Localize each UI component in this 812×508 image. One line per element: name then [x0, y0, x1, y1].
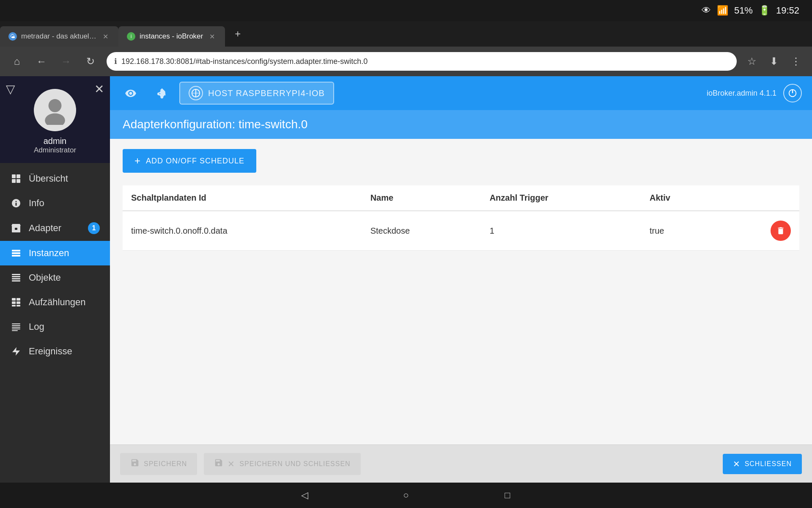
svg-rect-10	[15, 228, 17, 230]
add-schedule-label: ADD ON/OFF SCHEDULE	[146, 157, 244, 166]
tab-title-metradar: metradar - das aktuelle Wett...	[21, 32, 96, 41]
svg-rect-23	[16, 305, 20, 306]
sidebar-item-log[interactable]: Log	[0, 315, 110, 339]
col-header-aktiv: Aktiv	[641, 185, 721, 211]
svg-rect-28	[12, 330, 18, 331]
sidebar-item-adapter[interactable]: Adapter 1	[0, 215, 110, 241]
svg-rect-17	[12, 280, 20, 282]
sidebar-username: admin	[44, 136, 66, 146]
sidebar-label-ereignisse: Ereignisse	[29, 346, 72, 357]
instances-icon	[10, 248, 22, 258]
sidebar-item-aufzaehlungen[interactable]: Aufzählungen	[0, 290, 110, 315]
sidebar-label-uebersicht: Übersicht	[29, 173, 68, 184]
sidebar-item-instanzen[interactable]: Instanzen	[0, 241, 110, 265]
sidebar-role: Administrator	[34, 146, 76, 155]
sidebar-label-info: Info	[29, 198, 44, 209]
page-header: Adapterkonfiguration: time-switch.0	[110, 110, 812, 139]
nav-refresh-button[interactable]: ↻	[82, 53, 99, 70]
host-button[interactable]: HOST RASPBERRYPI4-IOB	[179, 82, 334, 105]
cell-trigger: 1	[481, 211, 641, 251]
svg-rect-15	[12, 276, 20, 277]
save-close-button[interactable]: ✕ SPEICHERN UND SCHLIESSEN	[204, 453, 360, 475]
android-home-button[interactable]: ○	[398, 487, 414, 504]
nav-home-button[interactable]: ⌂	[8, 53, 25, 70]
svg-rect-2	[12, 174, 16, 178]
new-tab-button[interactable]: +	[228, 25, 247, 43]
android-recent-button[interactable]: □	[499, 487, 516, 504]
svg-rect-5	[16, 179, 20, 183]
adapter-badge: 1	[88, 222, 100, 234]
browser-actions: ☆ ⬇ ⋮	[744, 54, 804, 69]
sidebar-item-objekte[interactable]: Objekte	[0, 265, 110, 290]
address-lock-icon: ℹ	[114, 57, 117, 66]
address-bar-row: ⌂ ← → ↻ ℹ 192.168.178.30:8081/#tab-insta…	[0, 47, 812, 76]
eye-icon-button[interactable]	[120, 83, 141, 104]
clock: 19:52	[776, 5, 799, 16]
svg-rect-24	[12, 323, 20, 324]
save-button[interactable]: SPEICHERN	[120, 453, 197, 475]
svg-rect-19	[16, 298, 20, 301]
svg-rect-26	[12, 327, 20, 328]
sidebar-menu-icon[interactable]: ▽	[6, 82, 15, 96]
close-button[interactable]: ✕ SCHLIESSEN	[723, 454, 802, 474]
svg-rect-11	[12, 250, 20, 251]
svg-rect-20	[12, 301, 16, 304]
save-close-x-icon: ✕	[228, 459, 235, 469]
data-table: Schaltplandaten Id Name Anzahl Trigger A…	[123, 185, 799, 251]
add-schedule-button[interactable]: + ADD ON/OFF SCHEDULE	[123, 149, 256, 173]
sidebar-item-ereignisse[interactable]: Ereignisse	[0, 339, 110, 364]
tab-favicon-metradar: 🌤	[8, 32, 17, 41]
android-back-button[interactable]: ◁	[296, 487, 313, 504]
table-header-row: Schaltplandaten Id Name Anzahl Trigger A…	[123, 185, 799, 211]
sidebar-label-log: Log	[29, 321, 44, 332]
svg-rect-8	[16, 203, 17, 206]
save-icon	[130, 458, 140, 470]
content-footer: SPEICHERN ✕ SPEICHERN UND SCHLIESSEN ✕ S…	[110, 444, 812, 483]
cell-actions	[721, 211, 799, 251]
cell-aktiv: true	[641, 211, 721, 251]
tab-iobroker[interactable]: i instances - ioBroker ✕	[118, 26, 225, 47]
objects-icon	[10, 273, 22, 283]
wifi-icon: 📶	[717, 5, 728, 16]
more-button[interactable]: ⋮	[788, 54, 804, 69]
tab-close-iobroker[interactable]: ✕	[207, 32, 217, 41]
sidebar-label-objekte: Objekte	[29, 272, 61, 283]
svg-rect-3	[16, 174, 20, 178]
download-button[interactable]: ⬇	[766, 54, 782, 69]
bookmark-button[interactable]: ☆	[744, 54, 760, 69]
nav-forward-button[interactable]: →	[58, 53, 74, 70]
col-header-id: Schaltplandaten Id	[123, 185, 362, 211]
battery-icon: 🔋	[759, 5, 770, 16]
sidebar-nav: Übersicht Info	[0, 163, 110, 483]
page-title: Adapterkonfiguration: time-switch.0	[123, 118, 799, 131]
tab-metradar[interactable]: 🌤 metradar - das aktuelle Wett... ✕	[0, 26, 118, 47]
sidebar-item-uebersicht[interactable]: Übersicht	[0, 166, 110, 191]
nav-back-button[interactable]: ←	[33, 53, 50, 70]
col-header-trigger: Anzahl Trigger	[481, 185, 641, 211]
delete-button[interactable]	[771, 221, 791, 241]
svg-point-0	[49, 99, 62, 112]
tab-title-iobroker: instances - ioBroker	[140, 32, 203, 41]
wrench-icon-button[interactable]	[150, 83, 171, 104]
svg-rect-18	[12, 298, 16, 301]
svg-rect-12	[12, 252, 20, 254]
sidebar-label-adapter: Adapter	[29, 223, 61, 234]
sidebar-close-button[interactable]: ✕	[94, 82, 104, 96]
address-text: 192.168.178.30:8081/#tab-instances/confi…	[121, 57, 368, 66]
power-button[interactable]	[783, 84, 802, 102]
sidebar-item-info[interactable]: Info	[0, 191, 110, 215]
table-row: time-switch.0.onoff.0.data Steckdose 1 t…	[123, 211, 799, 251]
status-bar: 👁 📶 51% 🔋 19:52	[0, 0, 812, 21]
tab-close-metradar[interactable]: ✕	[101, 32, 110, 41]
sidebar-header: ▽ ✕ admin Administrator	[0, 76, 110, 163]
content-toolbar: HOST RASPBERRYPI4-IOB ioBroker.admin 4.1…	[110, 76, 812, 110]
host-label: HOST RASPBERRYPI4-IOB	[208, 88, 325, 98]
svg-marker-29	[12, 347, 20, 356]
tab-favicon-iobroker: i	[127, 32, 135, 41]
svg-rect-25	[12, 325, 20, 326]
address-input[interactable]: ℹ 192.168.178.30:8081/#tab-instances/con…	[107, 52, 737, 71]
store-icon	[10, 223, 22, 233]
sidebar-label-instanzen: Instanzen	[29, 248, 69, 259]
log-icon	[10, 322, 22, 332]
status-icons: 👁 📶 51% 🔋 19:52	[702, 5, 799, 16]
